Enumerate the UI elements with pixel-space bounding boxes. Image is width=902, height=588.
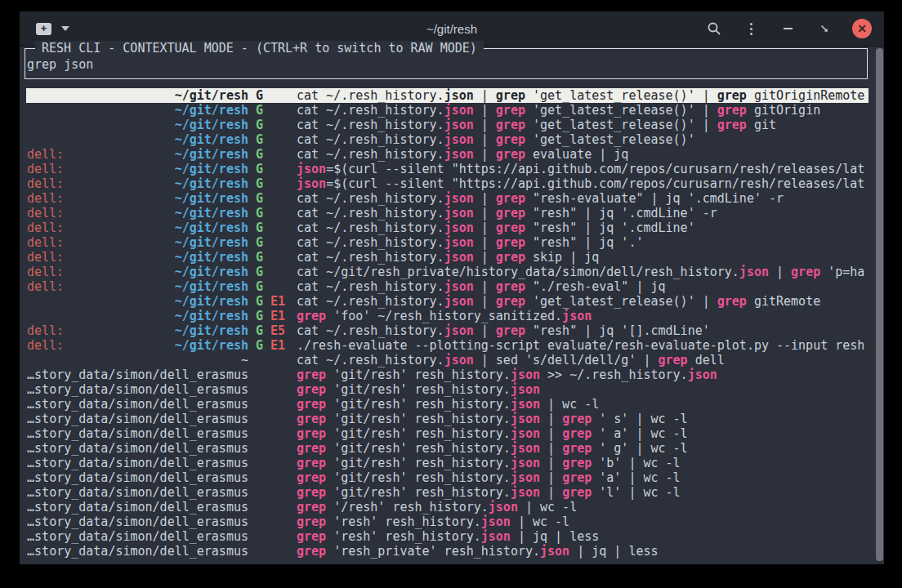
row-flags: G: [248, 118, 297, 132]
row-flags: [248, 485, 297, 500]
history-row[interactable]: …story_data/simon/dell_erasmusgrep 'resh…: [26, 529, 869, 544]
history-row[interactable]: …story_data/simon/dell_erasmusgrep '/res…: [26, 500, 869, 514]
flag-badge: G: [256, 279, 263, 294]
row-prefix: …story_data/simon/dell_erasmus: [26, 397, 248, 412]
history-row[interactable]: …story_data/simon/dell_erasmusgrep 'git/…: [26, 441, 869, 456]
flag-badge: G: [256, 338, 263, 353]
history-row[interactable]: ~cat ~/.resh_history.json | sed 's/dell/…: [26, 353, 869, 368]
flag-badge: G: [256, 323, 263, 338]
history-row[interactable]: dell:~/git/reshGE1./resh-evaluate --plot…: [26, 338, 869, 353]
flag-badge: E1: [270, 338, 285, 353]
history-row[interactable]: ~/git/reshGE1grep 'foo' ~/resh_history_s…: [26, 309, 869, 323]
history-row[interactable]: dell:~/git/reshGcat ~/.resh_history.json…: [26, 220, 869, 235]
history-row[interactable]: …story_data/simon/dell_erasmusgrep 'git/…: [26, 368, 869, 382]
row-prefix: dell:~/git/resh: [26, 220, 248, 235]
directory-label: ~/git/resh: [175, 338, 248, 353]
close-button[interactable]: ✕: [852, 19, 872, 38]
history-row[interactable]: …story_data/simon/dell_erasmusgrep 'git/…: [26, 470, 869, 485]
command-text: cat ~/git/resh_private/history_data/simo…: [297, 265, 869, 279]
history-row[interactable]: ~/git/reshGcat ~/.resh_history.json | gr…: [26, 88, 869, 103]
directory-label: …story_data/simon/dell_erasmus: [27, 456, 248, 470]
history-row[interactable]: …story_data/simon/dell_erasmusgrep 'resh…: [26, 544, 869, 559]
history-row[interactable]: ~/git/reshGcat ~/.resh_history.json | gr…: [26, 118, 869, 132]
command-text: cat ~/.resh_history.json | grep skip | j…: [297, 250, 869, 265]
history-row[interactable]: …story_data/simon/dell_erasmusgrep 'git/…: [26, 485, 869, 500]
maximize-button[interactable]: [815, 20, 833, 38]
flag-badge: G: [256, 176, 263, 191]
command-text: json=$(curl --silent "https://api.github…: [297, 176, 869, 191]
history-row[interactable]: dell:~/git/reshGcat ~/.resh_history.json…: [26, 279, 869, 294]
menu-button[interactable]: [742, 20, 760, 38]
history-row[interactable]: …story_data/simon/dell_erasmusgrep 'resh…: [26, 514, 869, 529]
history-row[interactable]: ~/git/reshGE1cat ~/.resh_history.json | …: [26, 294, 869, 309]
minimize-icon: [784, 28, 793, 29]
directory-label: ~/git/resh: [175, 103, 248, 118]
command-text: grep 'resh' resh_history.json | jq | les…: [297, 529, 869, 544]
command-text: grep 'git/resh' resh_history.json: [297, 382, 869, 397]
history-row[interactable]: dell:~/git/reshGcat ~/.resh_history.json…: [26, 206, 869, 220]
history-row[interactable]: dell:~/git/reshGcat ~/.resh_history.json…: [26, 250, 869, 265]
directory-label: ~/git/resh: [175, 147, 248, 162]
close-icon: ✕: [857, 23, 867, 34]
scrollbar-thumb[interactable]: [876, 48, 883, 561]
directory-label: ~/git/resh: [175, 309, 248, 323]
flag-badge: G: [256, 162, 263, 176]
history-row[interactable]: …story_data/simon/dell_erasmusgrep 'git/…: [26, 426, 869, 441]
row-flags: G: [248, 265, 297, 279]
directory-label: ~/git/resh: [175, 279, 248, 294]
host-label: dell:: [27, 250, 64, 265]
history-row[interactable]: …story_data/simon/dell_erasmusgrep 'git/…: [26, 456, 869, 470]
command-text: cat ~/.resh_history.json | grep 'get_lat…: [297, 88, 869, 103]
history-row[interactable]: ~/git/reshGcat ~/.resh_history.json | gr…: [26, 132, 869, 147]
minimize-button[interactable]: [779, 20, 797, 38]
command-text: cat ~/.resh_history.json | grep "resh" |…: [297, 235, 869, 250]
row-prefix: ~/git/resh: [26, 118, 248, 132]
history-row[interactable]: …story_data/simon/dell_erasmusgrep 'git/…: [26, 397, 869, 412]
host-label: dell:: [27, 220, 64, 235]
history-row[interactable]: dell:~/git/reshGE5cat ~/.resh_history.js…: [26, 323, 869, 338]
command-text: grep 'git/resh' resh_history.json | grep…: [297, 412, 869, 426]
host-label: dell:: [27, 265, 64, 279]
row-prefix: ~: [26, 353, 248, 368]
search-button[interactable]: [705, 20, 723, 38]
flag-badge: G: [256, 132, 263, 147]
directory-label: ~/git/resh: [175, 294, 248, 309]
flag-badge: G: [256, 147, 263, 162]
history-row[interactable]: …story_data/simon/dell_erasmusgrep 'git/…: [26, 382, 869, 397]
row-prefix: dell:~/git/resh: [26, 250, 248, 265]
flag-badge: G: [256, 206, 263, 220]
row-flags: GE1: [248, 309, 297, 323]
directory-label: …story_data/simon/dell_erasmus: [27, 382, 248, 397]
resh-search-box: RESH CLI - CONTEXTUAL MODE - (CTRL+R to …: [25, 48, 868, 79]
row-prefix: ~/git/resh: [26, 88, 248, 103]
command-text: cat ~/.resh_history.json | grep "./resh-…: [297, 279, 869, 294]
host-label: dell:: [27, 147, 64, 162]
command-text: ./resh-evaluate --plotting-script evalua…: [297, 338, 869, 353]
restore-icon: [819, 24, 829, 33]
row-flags: G: [248, 220, 297, 235]
row-flags: G: [248, 235, 297, 250]
history-row[interactable]: ~/git/reshGcat ~/.resh_history.json | gr…: [26, 103, 869, 118]
history-row[interactable]: dell:~/git/reshGcat ~/git/resh_private/h…: [26, 265, 869, 279]
flag-badge: G: [256, 235, 263, 250]
row-prefix: …story_data/simon/dell_erasmus: [26, 529, 248, 544]
command-text: cat ~/.resh_history.json | grep 'get_lat…: [297, 118, 869, 132]
command-text: grep 'resh_private' resh_history.json | …: [297, 544, 869, 559]
history-row[interactable]: dell:~/git/reshGjson=$(curl --silent "ht…: [26, 162, 869, 176]
command-text: grep 'foo' ~/resh_history_sanitized.json: [297, 309, 869, 323]
history-row[interactable]: dell:~/git/reshGjson=$(curl --silent "ht…: [26, 176, 869, 191]
row-flags: G: [248, 206, 297, 220]
row-flags: G: [248, 147, 297, 162]
history-row[interactable]: …story_data/simon/dell_erasmusgrep 'git/…: [26, 412, 869, 426]
history-row[interactable]: dell:~/git/reshGcat ~/.resh_history.json…: [26, 235, 869, 250]
history-row[interactable]: dell:~/git/reshGcat ~/.resh_history.json…: [26, 147, 869, 162]
history-row[interactable]: dell:~/git/reshGcat ~/.resh_history.json…: [26, 191, 869, 206]
row-prefix: dell:~/git/resh: [26, 265, 248, 279]
directory-label: ~/git/resh: [175, 235, 248, 250]
command-text: cat ~/.resh_history.json | grep "resh" |…: [297, 206, 869, 220]
directory-label: …story_data/simon/dell_erasmus: [27, 544, 248, 559]
directory-label: …story_data/simon/dell_erasmus: [27, 514, 248, 529]
flag-badge: G: [256, 294, 263, 309]
flag-badge: E1: [270, 294, 285, 309]
kebab-icon: [750, 23, 752, 25]
